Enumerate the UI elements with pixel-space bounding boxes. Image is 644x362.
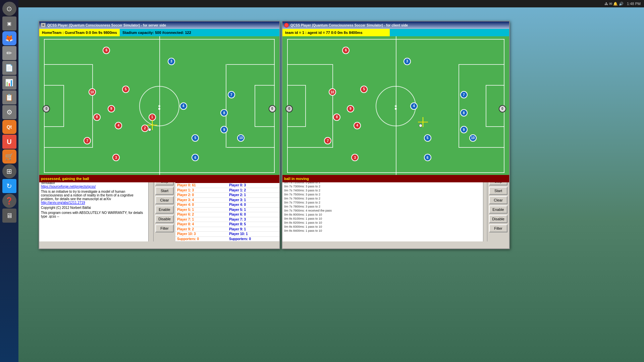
client-player-red-4: 4 <box>354 122 361 129</box>
client-player-red-10: 10 <box>329 88 336 96</box>
field-right-penalty-bottom <box>227 147 275 148</box>
field-right-goal-top <box>255 85 274 86</box>
client-player-blue-6: 6 <box>424 154 431 161</box>
field-right-goal-bottom <box>255 126 274 127</box>
taskbar-icon-update[interactable]: ↻ <box>2 179 16 193</box>
server-bottom-panel: Quantum Consciousness Soccer Simulator S… <box>39 176 279 241</box>
taskbar-icon-u[interactable]: U <box>2 135 16 149</box>
taskbar-icon-help[interactable]: ❓ <box>2 194 16 208</box>
stats-cell-left: Player 2: 0 <box>175 193 227 198</box>
stats-cell-left: Player 7: 1 <box>175 217 227 222</box>
taskbar-icon-notes[interactable]: 📋 <box>2 90 16 104</box>
server-player-red-7: 7 <box>84 137 91 144</box>
client-log-panel: 0m 7s 100ms: 3 pass to 20m 7s 7200ms: 3 … <box>282 176 487 241</box>
client-field-center-dot <box>395 105 397 107</box>
log-line: 0m 7s 7500ms: 3 pass to 2 <box>284 192 481 196</box>
client-window-close[interactable] <box>284 23 289 28</box>
server-window-close[interactable]: ✕ <box>41 23 46 28</box>
taskbar-icon-firefox[interactable]: 🦊 <box>2 31 16 45</box>
taskbar-icon-files[interactable]: 📄 <box>2 61 16 75</box>
server-info-text[interactable]: Quantum Consciousness Soccer Simulator S… <box>39 176 148 241</box>
client-player-red-3: 3 <box>351 154 359 161</box>
client-start-button[interactable]: Start <box>489 187 507 195</box>
client-enable-button[interactable]: Enable <box>489 206 507 214</box>
client-log-scrollbar[interactable] <box>483 176 487 241</box>
client-player-red-8: 8 <box>333 114 340 121</box>
client-window: QCSS Player (Quantum Consciousness Socce… <box>282 21 510 249</box>
client-status-right <box>390 29 509 36</box>
client-left-pen-top <box>287 64 332 65</box>
field-top-line <box>44 39 274 40</box>
stats-cell-right: Player 8: 5 <box>227 222 279 227</box>
stats-cell-left: Player 5: 1 <box>175 208 227 213</box>
main-area: ✕ QCSS Player (Quantum Consciousness Soc… <box>18 7 644 362</box>
server-player-blue-0: 0 <box>269 105 276 112</box>
server-player-red-4: 4 <box>115 122 122 129</box>
field-right-penalty-left <box>226 64 226 148</box>
server-filter-button[interactable]: Filter <box>155 224 174 232</box>
log-line: 0m 7s 7900ms: 4 received the pass <box>284 209 481 213</box>
taskbar-icon-system[interactable]: ⊙ <box>2 2 16 16</box>
stats-cell-right: Player 7: 3 <box>227 217 279 222</box>
stats-cell-left: Player 9: 2 <box>175 227 227 232</box>
server-start-button[interactable]: Start <box>155 187 174 195</box>
taskbar-icon-monitor[interactable]: 🖥 <box>2 209 16 223</box>
server-status-bar: HomeTeam : GuestTeam 0:0 0m 9s 9800ms St… <box>39 29 279 36</box>
server-info-link1[interactable]: https://sourceforge.net/projects/qcss/ <box>41 185 147 188</box>
server-info-link2[interactable]: http://arxiv.org/abs/1211.2719 <box>41 201 147 205</box>
stats-cell-right: Player 0: 3 <box>227 183 279 188</box>
stats-cell-right: Player 10: 1 <box>227 232 279 237</box>
taskbar-icon-amazon[interactable]: 🛒 <box>2 149 16 164</box>
server-enable-button[interactable]: Enable <box>155 206 174 214</box>
taskbar-icon-config[interactable]: ⚙ <box>2 105 16 119</box>
server-clear-button[interactable]: Clear <box>155 196 174 204</box>
field-left-penalty-bottom <box>44 147 92 148</box>
server-disable-button[interactable]: Disable <box>155 215 174 223</box>
taskbar-icon-apps[interactable]: ⊞ <box>2 164 16 178</box>
client-player-blue-0: 0 <box>499 105 506 112</box>
stats-cell-left: Player 10: 3 <box>175 232 227 237</box>
client-player-red-5: 5 <box>360 86 368 93</box>
stats-cell-left: Supporters: 0 <box>175 237 227 242</box>
client-player-red-6: 6 <box>342 47 350 54</box>
client-clear-button[interactable]: Clear <box>489 196 507 204</box>
server-info-desc: This is an initiative to try to investig… <box>41 190 147 201</box>
taskbar-icon-qt[interactable]: Qt <box>2 120 16 134</box>
client-left-goal-right <box>305 85 306 127</box>
client-field: 6 5 10 9 4 8 7 3 0 3 4 5 6 7 8 9 10 0 <box>282 36 509 176</box>
stats-cell-left: Player 8: 4 <box>175 222 227 227</box>
server-player-red-9: 9 <box>108 105 115 112</box>
client-disable-button[interactable]: Disable <box>489 215 507 223</box>
client-field-container: 6 5 10 9 4 8 7 3 0 3 4 5 6 7 8 9 10 0 <box>282 36 509 176</box>
taskbar-icon-edit[interactable]: ✏ <box>2 46 16 60</box>
client-player-blue-8: 8 <box>460 109 468 117</box>
taskbar-icon-calc[interactable]: 📊 <box>2 76 16 90</box>
client-right-pen-bottom <box>459 147 504 148</box>
client-status-left: team id = 1 : agent id = 77 0:0 0m 8s 84… <box>282 29 390 36</box>
client-player-blue-9: 9 <box>460 126 468 133</box>
stats-cell-left: Player 6: 2 <box>175 212 227 217</box>
stats-cell-right: Player 1: 2 <box>227 188 279 193</box>
server-window-title: QCSS Player (Quantum Consciousness Socce… <box>47 24 166 27</box>
client-player-red-7: 7 <box>324 137 331 144</box>
client-crosshair <box>418 117 428 128</box>
log-line: 0m 7s 7600ms: 3 pass to 2 <box>284 196 481 200</box>
top-bar: 🖧 ✉ 🔔 🔊 1:48 PM <box>18 0 644 7</box>
server-player-blue-4: 4 <box>180 102 187 110</box>
client-log-content[interactable]: 0m 7s 100ms: 3 pass to 20m 7s 7200ms: 3 … <box>282 176 483 241</box>
server-status-right: Stadium capacity: 500 #connected: 122 <box>120 29 279 36</box>
server-player-blue-8: 8 <box>220 109 228 117</box>
log-line: 0m 8s 8100ms: 1 pass to 10 <box>284 217 481 221</box>
field-left-penalty-top <box>44 64 92 65</box>
server-player-blue-9: 9 <box>220 126 228 133</box>
log-line: 0m 8s 8000ms: 1 pass to 10 <box>284 213 481 217</box>
client-left-pen-bottom <box>287 147 332 148</box>
client-filter-button[interactable]: Filter <box>489 224 507 232</box>
client-player-red-9: 9 <box>347 105 354 112</box>
client-player-blue-5: 5 <box>424 134 431 142</box>
server-info-scrollbar[interactable] <box>148 176 153 241</box>
log-line: 0m 8s 8200ms: 1 pass to 10 <box>284 221 481 225</box>
taskbar-icon-window[interactable]: ▣ <box>2 16 16 31</box>
client-left-goal-top <box>287 85 305 86</box>
stats-cell-left: Player 4: 0 <box>175 202 227 208</box>
